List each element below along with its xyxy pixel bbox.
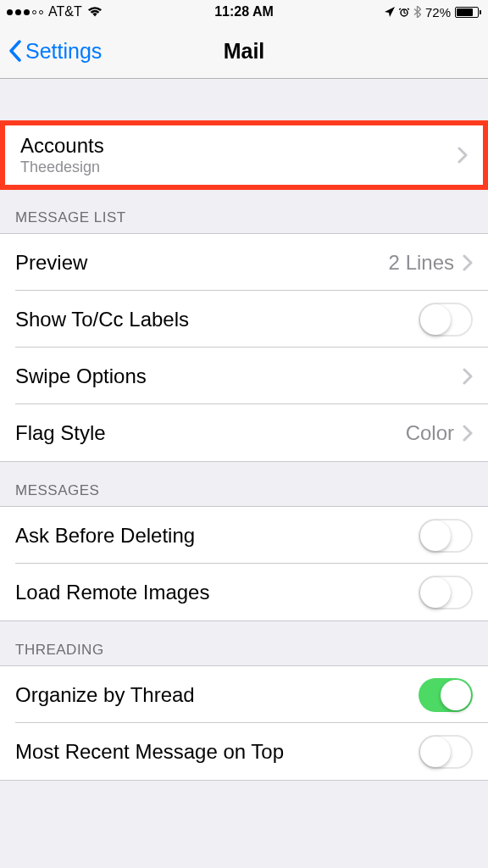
- load-remote-images-toggle[interactable]: [419, 576, 473, 609]
- most-recent-message-label: Most Recent Message on Top: [15, 740, 419, 764]
- section-header-messages: MESSAGES: [0, 462, 488, 506]
- show-tocc-label: Show To/Cc Labels: [15, 308, 419, 331]
- message-list-group: Preview 2 Lines Show To/Cc Labels Swipe …: [0, 233, 488, 462]
- messages-group: Ask Before Deleting Load Remote Images: [0, 506, 488, 621]
- statusbar: AT&T 11:28 AM 72%: [0, 0, 488, 24]
- chevron-right-icon: [463, 254, 473, 271]
- load-remote-images-row[interactable]: Load Remote Images: [0, 564, 488, 620]
- chevron-left-icon: [8, 40, 22, 62]
- spacer: [0, 79, 488, 121]
- accounts-label: Accounts: [20, 134, 458, 159]
- section-header-threading: THREADING: [0, 621, 488, 665]
- ask-before-deleting-row[interactable]: Ask Before Deleting: [0, 507, 488, 564]
- most-recent-message-toggle[interactable]: [419, 735, 473, 769]
- organize-by-thread-label: Organize by Thread: [15, 683, 419, 707]
- most-recent-message-row[interactable]: Most Recent Message on Top: [0, 723, 488, 780]
- accounts-row[interactable]: Accounts Theedesign: [5, 125, 483, 185]
- accounts-subtitle: Theedesign: [20, 159, 458, 177]
- ask-before-deleting-label: Ask Before Deleting: [15, 524, 419, 548]
- swipe-options-row[interactable]: Swipe Options: [0, 348, 488, 404]
- chevron-right-icon: [463, 425, 473, 442]
- chevron-right-icon: [458, 147, 468, 164]
- highlight-accounts: Accounts Theedesign: [0, 120, 488, 190]
- preview-detail: 2 Lines: [389, 251, 454, 275]
- show-tocc-row[interactable]: Show To/Cc Labels: [0, 291, 488, 348]
- nav-title: Mail: [224, 39, 265, 64]
- show-tocc-toggle[interactable]: [419, 303, 473, 337]
- flag-style-label: Flag Style: [15, 421, 406, 445]
- organize-by-thread-row[interactable]: Organize by Thread: [0, 666, 488, 723]
- statusbar-right: 72%: [385, 5, 481, 19]
- statusbar-left: AT&T: [7, 4, 103, 19]
- flag-style-detail: Color: [406, 421, 454, 445]
- load-remote-images-label: Load Remote Images: [15, 581, 419, 604]
- chevron-right-icon: [463, 368, 473, 385]
- flag-style-row[interactable]: Flag Style Color: [0, 404, 488, 461]
- back-label: Settings: [25, 39, 102, 64]
- statusbar-time: 11:28 AM: [214, 4, 274, 19]
- bluetooth-icon: [413, 6, 421, 18]
- carrier-label: AT&T: [48, 4, 82, 19]
- navbar: Settings Mail: [0, 24, 488, 79]
- battery-icon: [455, 7, 481, 18]
- battery-percent: 72%: [425, 5, 451, 19]
- alarm-icon: [399, 7, 409, 17]
- preview-row[interactable]: Preview 2 Lines: [0, 234, 488, 291]
- section-header-message-list: MESSAGE LIST: [0, 189, 488, 233]
- wifi-icon: [87, 6, 103, 18]
- organize-by-thread-toggle[interactable]: [419, 678, 473, 712]
- signal-strength-icon: [7, 9, 43, 15]
- back-button[interactable]: Settings: [8, 39, 102, 64]
- location-icon: [385, 7, 395, 17]
- threading-group: Organize by Thread Most Recent Message o…: [0, 665, 488, 781]
- ask-before-deleting-toggle[interactable]: [419, 519, 473, 553]
- swipe-options-label: Swipe Options: [15, 364, 463, 388]
- preview-label: Preview: [15, 251, 389, 275]
